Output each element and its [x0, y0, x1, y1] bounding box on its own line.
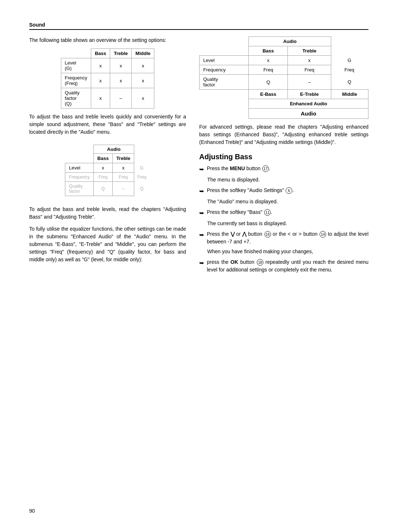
table-row: Frequency Freq Freq Freq [65, 173, 150, 182]
step-1: ➥ Press the MENU button 17. [199, 165, 368, 174]
right-para1: For advanced settings, please read the c… [199, 123, 368, 146]
circle-17: 17 [262, 165, 269, 172]
circle-11: 11 [264, 209, 271, 216]
table-row: Frequency(Freq) x x x [61, 73, 154, 88]
table-row: Qualityfactor(Q) x – x [61, 88, 154, 109]
step-2-text: Press the softkey "Audio Settings" 6. [207, 187, 368, 194]
left-intro: The following table shows an overview of… [29, 36, 186, 44]
step-5: ➥ press the OK button 18 repeatedly unti… [199, 258, 368, 274]
table-row-enhanced-headers: E-Bass E-Treble Middle [200, 90, 368, 99]
step-3-note: The currently set bass is displayed. [207, 220, 368, 227]
step-4-note: When you have finished making your chang… [207, 248, 368, 255]
table-row-audio-footer: Audio [200, 109, 368, 119]
arrow-icon: ➥ [199, 165, 204, 174]
table-row: Level(G) x x x [61, 58, 154, 73]
step-5-text: press the OK button 18 repeatedly until … [207, 258, 368, 274]
step-2-note: The "Audio" menu is displayed. [207, 198, 368, 206]
table-row: Level x x G [200, 56, 368, 65]
left-para3: To fully utilise the equalizer functions… [29, 225, 186, 263]
arrow-icon: ➥ [199, 259, 204, 267]
step-1-note: The menu is displayed. [207, 176, 368, 184]
step-2: ➥ Press the softkey "Audio Settings" 6. [199, 187, 368, 196]
step-4: ➥ Press the ⋁ or ⋀ button 16 or the < or… [199, 230, 368, 246]
step-1-text: Press the MENU button 17. [207, 165, 368, 172]
circle-18: 18 [257, 259, 263, 266]
section-title: Adjusting Bass [199, 153, 368, 161]
left-column: The following table shows an overview of… [29, 36, 186, 276]
table-audio-small: Audio Bass Treble Level x x [65, 145, 150, 196]
table-row: Qualityfactor Q – Q [65, 182, 150, 196]
circle-16: 16 [264, 231, 271, 238]
table-row: Frequency Freq Freq Freq [200, 65, 368, 75]
audio-table-wrap: Audio Bass Treble Level x x [29, 140, 186, 200]
left-para1: To adjust the bass and treble levels qui… [29, 113, 186, 136]
circle-6: 6 [286, 187, 292, 194]
left-para2: To adjust the bass and treble levels, re… [29, 206, 186, 221]
circle-14: 14 [320, 231, 326, 238]
table-audio-large: Audio Bass Treble Level x x G [199, 36, 368, 119]
page-header: Sound [29, 22, 368, 30]
arrow-icon: ➥ [199, 231, 204, 239]
page-number: 90 [29, 508, 35, 514]
table-row-enhanced-audio: Enhanced Audio [200, 99, 368, 109]
page-header-title: Sound [29, 22, 45, 28]
right-column: Audio Bass Treble Level x x G [199, 36, 368, 276]
table-overview: Bass Treble Middle Level(G) x x x Freque… [61, 48, 155, 109]
arrow-icon: ➥ [199, 187, 204, 196]
step-3-text: Press the softkey "Bass" 11. [207, 208, 368, 216]
table-row: Level x x G [65, 163, 150, 173]
step-4-text: Press the ⋁ or ⋀ button 16 or the < or >… [207, 230, 368, 246]
arrow-icon: ➥ [199, 209, 204, 218]
step-3: ➥ Press the softkey "Bass" 11. [199, 208, 368, 218]
table-row: Qualityfactor Q – Q [200, 75, 368, 90]
